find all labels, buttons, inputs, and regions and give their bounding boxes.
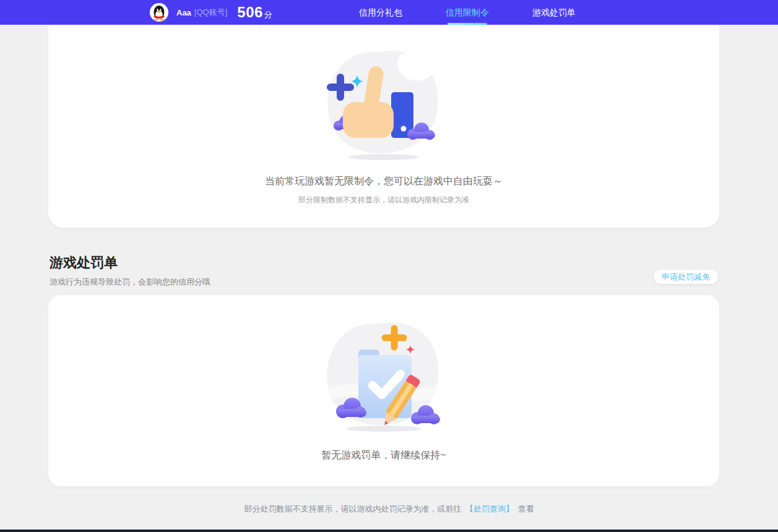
credit-score-unit: 分 <box>264 9 272 20</box>
restriction-card: 当前常玩游戏暂无限制令，您可以在游戏中自由玩耍～ 部分限制数据不支持显示，请以游… <box>48 25 719 228</box>
bottom-edge-bar <box>0 530 778 532</box>
footer-note: 部分处罚数据不支持展示，请以游戏内处罚记录为准，或前往 【处罚查询】 查看 <box>0 504 778 515</box>
penalty-query-link[interactable]: 【处罚查询】 <box>465 504 514 513</box>
penalty-section-header: 游戏处罚单 游戏行为违规导致处罚，会影响您的信用分哦 <box>50 254 210 288</box>
nav-tabs: 信用分礼包 信用限制令 游戏处罚单 <box>359 0 576 25</box>
qq-penguin-avatar-icon <box>150 3 168 22</box>
credit-score-value: 506 <box>237 4 263 21</box>
tab-credit-gift[interactable]: 信用分礼包 <box>359 0 402 25</box>
tab-game-penalty[interactable]: 游戏处罚单 <box>532 0 576 25</box>
penalty-section-subtitle: 游戏行为违规导致处罚，会影响您的信用分哦 <box>50 277 210 288</box>
penalty-empty-text: 暂无游戏罚单，请继续保持~ <box>321 449 446 462</box>
penalty-section-title: 游戏处罚单 <box>50 254 210 272</box>
top-nav-bar: Aaa [QQ账号] 506 分 信用分礼包 信用限制令 游戏处罚单 <box>0 0 778 25</box>
footer-text-before: 部分处罚数据不支持展示，请以游戏内处罚记录为准，或前往 <box>244 504 461 513</box>
empty-penalty-folder-illustration <box>319 315 449 434</box>
penalty-card: 暂无游戏罚单，请继续保持~ <box>48 295 719 486</box>
user-account-type: [QQ账号] <box>194 7 227 18</box>
tab-credit-restriction[interactable]: 信用限制令 <box>446 0 489 25</box>
user-name: Aaa <box>176 8 191 17</box>
credit-score: 506 分 <box>237 4 272 21</box>
footer-text-after: 查看 <box>518 504 534 513</box>
apply-penalty-relief-button[interactable]: 申请处罚减免 <box>654 270 718 284</box>
thumbs-up-illustration <box>322 45 446 163</box>
nav-user-area: Aaa [QQ账号] 506 分 <box>150 0 272 25</box>
restriction-empty-text: 当前常玩游戏暂无限制令，您可以在游戏中自由玩耍～ <box>265 175 503 188</box>
restriction-note-text: 部分限制数据不支持显示，请以游戏内限制记录为准 <box>298 195 469 205</box>
